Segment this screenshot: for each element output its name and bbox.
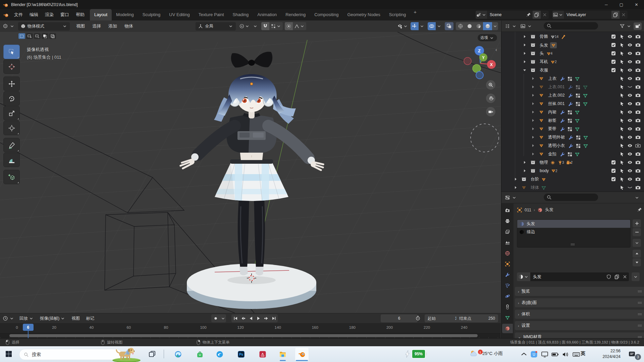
- shading-rendered-button[interactable]: [483, 22, 492, 30]
- menubar-menu-item[interactable]: 渲染: [42, 12, 57, 18]
- grip-icon[interactable]: [570, 242, 576, 247]
- material-name-field[interactable]: 头发: [530, 272, 629, 281]
- outliner-row[interactable]: 上衣: [501, 74, 644, 83]
- editor-type-3d-icon[interactable]: [3, 23, 8, 29]
- hide-toggle[interactable]: [627, 160, 633, 165]
- workspace-tab[interactable]: UV Editing: [165, 9, 194, 20]
- timeline-menu-item[interactable]: 视图: [68, 316, 83, 321]
- transport-prev-keyframe-button[interactable]: [239, 314, 247, 322]
- taskbar-app-photoshop[interactable]: Ps: [234, 347, 248, 361]
- menubar-menu-item[interactable]: 帮助: [72, 12, 88, 18]
- outliner-row[interactable]: body2: [501, 167, 644, 175]
- tray-chevron-up-icon[interactable]: [520, 350, 528, 358]
- collapse-arrow-icon[interactable]: [522, 67, 527, 73]
- tool-add-cube[interactable]: [3, 170, 20, 184]
- selectable-toggle[interactable]: [619, 101, 625, 106]
- duplicate-button[interactable]: [613, 274, 621, 279]
- selectable-toggle[interactable]: [619, 126, 625, 132]
- outliner-item-label[interactable]: 上衣.001: [548, 84, 588, 90]
- expand-arrow-icon[interactable]: [522, 168, 527, 173]
- timeline-menu-item[interactable]: 回放: [16, 316, 37, 321]
- outliner-item-label[interactable]: 金扣: [548, 151, 580, 157]
- properties-tab-output[interactable]: [502, 216, 513, 226]
- selectable-toggle[interactable]: [619, 59, 625, 64]
- shading-solid-button[interactable]: [465, 22, 474, 30]
- mesh-data-icon[interactable]: [575, 118, 580, 123]
- pin-icon[interactable]: [637, 207, 642, 212]
- add-workspace-button[interactable]: +: [410, 9, 420, 20]
- mesh-data-icon[interactable]: [583, 93, 588, 98]
- outliner-item-label[interactable]: 上衣.002: [548, 93, 588, 98]
- current-frame-field[interactable]: 6: [381, 314, 418, 322]
- new-collection-button[interactable]: [634, 22, 642, 30]
- expand-arrow-icon[interactable]: [530, 93, 536, 98]
- fake-user-shield-button[interactable]: [605, 274, 613, 279]
- axis-neg-z[interactable]: [476, 71, 483, 79]
- overlays-toggle[interactable]: [428, 22, 436, 30]
- properties-tab-viewlayer[interactable]: [502, 227, 513, 237]
- workspace-tab[interactable]: Sculpting: [138, 9, 165, 20]
- move-down-button[interactable]: [633, 258, 641, 266]
- properties-tab-render[interactable]: [502, 206, 513, 215]
- render-toggle[interactable]: [635, 118, 641, 123]
- mesh-data-icon[interactable]: [575, 110, 580, 115]
- nodes-icon[interactable]: [567, 76, 573, 82]
- mode-dropdown[interactable]: 物体模式: [18, 22, 70, 31]
- nodes-icon[interactable]: [576, 135, 581, 140]
- render-toggle[interactable]: [635, 135, 641, 140]
- material-slot[interactable]: 描边: [517, 228, 630, 236]
- taskbar-app-task-view[interactable]: [145, 347, 159, 361]
- taskbar-search[interactable]: 搜索: [19, 349, 122, 360]
- viewlayer-copy-button[interactable]: [611, 11, 620, 19]
- transport-next-keyframe-button[interactable]: [262, 314, 270, 322]
- show-object-types-dropdown[interactable]: [397, 23, 408, 29]
- chevron-down-icon[interactable]: [9, 316, 14, 321]
- breadcrumb-material[interactable]: 头发: [545, 207, 553, 213]
- hide-toggle[interactable]: [627, 135, 633, 140]
- tool-rotate[interactable]: [3, 91, 20, 106]
- outliner-row[interactable]: 上衣.002: [501, 91, 644, 100]
- nav-camera-view-button[interactable]: [486, 107, 495, 116]
- modifier-wrench-icon[interactable]: [568, 101, 573, 107]
- expand-arrow-icon[interactable]: [522, 42, 527, 48]
- pedestal[interactable]: [187, 264, 316, 309]
- properties-tab-constraints[interactable]: [502, 302, 513, 312]
- nodes-icon[interactable]: [567, 126, 573, 132]
- outliner-row[interactable]: 内裙: [501, 108, 644, 116]
- hide-toggle[interactable]: [627, 59, 633, 64]
- collection-checkbox[interactable]: [611, 168, 616, 173]
- viewport-menu-item[interactable]: 选择: [89, 23, 105, 29]
- hide-toggle[interactable]: [627, 76, 633, 81]
- expand-arrow-icon[interactable]: [530, 151, 536, 157]
- expand-arrow-icon[interactable]: [530, 84, 536, 90]
- outliner-row[interactable]: 头4: [501, 49, 644, 58]
- viewlayer-selector[interactable]: ViewLayer: [552, 11, 628, 19]
- nodes-icon[interactable]: [575, 85, 581, 90]
- selectable-toggle[interactable]: [619, 176, 625, 182]
- chevron-down-icon[interactable]: [512, 195, 517, 200]
- selectable-toggle[interactable]: [619, 76, 625, 81]
- render-toggle[interactable]: [635, 93, 641, 98]
- expand-arrow-icon[interactable]: [513, 176, 518, 182]
- outliner-row[interactable]: 物理32: [501, 158, 644, 167]
- weather-text[interactable]: 25°C 小雨: [482, 351, 503, 357]
- magnet-snap-toggle[interactable]: [261, 22, 269, 30]
- render-toggle[interactable]: [635, 126, 641, 132]
- render-toggle[interactable]: [635, 176, 641, 182]
- slot-specials-button[interactable]: [633, 239, 641, 247]
- tool-move[interactable]: [3, 76, 20, 91]
- transport-play-reverse-button[interactable]: [247, 314, 255, 322]
- keying-dropdown[interactable]: [220, 314, 226, 322]
- hide-toggle[interactable]: [627, 109, 633, 115]
- chevron-down-icon[interactable]: [9, 23, 15, 29]
- selectable-toggle[interactable]: [619, 118, 625, 123]
- link-data-dropdown[interactable]: [632, 272, 640, 281]
- move-up-button[interactable]: [633, 250, 641, 258]
- scene-copy-button[interactable]: [533, 11, 541, 19]
- panel-5[interactable]: ⌄MMD材质: [515, 332, 644, 339]
- workspace-tab[interactable]: Animation: [253, 9, 281, 20]
- outliner-row[interactable]: 标签: [501, 116, 644, 125]
- nodes-icon[interactable]: [575, 93, 581, 98]
- select-mode-intersect[interactable]: [49, 33, 56, 39]
- display-mode-icon[interactable]: [520, 23, 526, 29]
